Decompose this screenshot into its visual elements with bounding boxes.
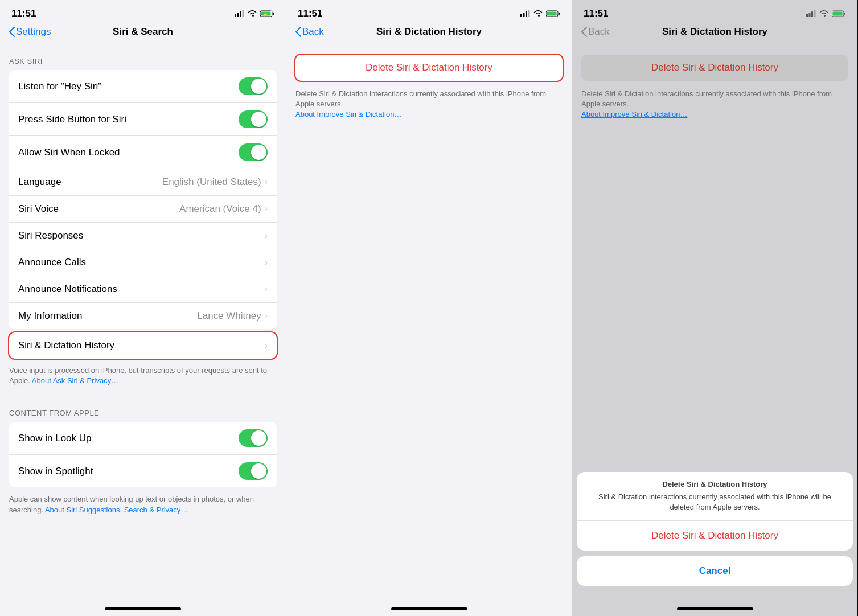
list-item[interactable]: My Information Lance Whitney › — [9, 303, 277, 329]
row-label: Show in Look Up — [18, 433, 92, 444]
svg-rect-10 — [526, 11, 527, 17]
list-item[interactable]: Language English (United States) › — [9, 169, 277, 196]
delete-button-greyed: Delete Siri & Dictation History — [581, 55, 848, 81]
action-sheet-cancel-button[interactable]: Cancel — [577, 556, 853, 586]
home-indicator-3 — [677, 607, 753, 610]
row-right: American (Voice 4) › — [179, 203, 268, 215]
svg-rect-21 — [833, 12, 843, 16]
status-icons-3 — [806, 10, 846, 17]
action-sheet-desc: Siri & Dictation interactions currently … — [577, 492, 853, 520]
home-indicator-1 — [105, 607, 181, 610]
nav-bar-2: Back Siri & Dictation History — [286, 24, 572, 43]
nav-title-1: Siri & Search — [113, 26, 173, 38]
wifi-icon — [533, 10, 543, 17]
svg-rect-20 — [844, 13, 845, 15]
about-siri-privacy-link[interactable]: About Ask Siri & Privacy… — [32, 376, 118, 385]
row-label: Siri Voice — [18, 203, 59, 215]
siri-voice-value: American (Voice 4) — [179, 203, 261, 215]
row-right: › — [265, 340, 268, 351]
status-time-3: 11:51 — [584, 8, 608, 19]
row-label: Show in Spotlight — [18, 466, 93, 477]
content-caption: Apple can show content when looking up t… — [0, 491, 286, 524]
row-label: Announce Notifications — [18, 284, 117, 295]
side-button-toggle[interactable] — [239, 110, 268, 128]
action-sheet-title: Delete Siri & Dictation History — [577, 472, 853, 492]
wifi-icon — [248, 10, 257, 17]
siri-dictation-group: Siri & Dictation History › — [9, 332, 277, 359]
svg-rect-9 — [523, 13, 525, 17]
status-icons-1: ⚡ — [235, 10, 274, 17]
back-button-1[interactable]: Settings — [9, 26, 51, 38]
delete-dictation-label: Delete Siri & Dictation History — [366, 62, 492, 73]
list-item[interactable]: Show in Look Up — [9, 422, 277, 455]
nav-title-2: Siri & Dictation History — [376, 26, 482, 38]
section-ask-siri: ASK SIRI — [0, 43, 286, 70]
chevron-icon: › — [265, 284, 268, 294]
svg-rect-3 — [243, 10, 244, 17]
svg-rect-14 — [547, 12, 557, 16]
action-sheet-delete-button[interactable]: Delete Siri & Dictation History — [577, 521, 853, 551]
status-icons-2 — [520, 10, 560, 17]
svg-rect-1 — [237, 13, 239, 17]
status-bar-3: 11:51 — [572, 0, 857, 24]
svg-rect-11 — [528, 10, 530, 17]
chevron-icon: › — [265, 311, 268, 321]
signal-icon — [235, 10, 244, 17]
spotlight-toggle[interactable] — [239, 462, 268, 480]
content-apple-group: Show in Look Up Show in Spotlight — [9, 422, 277, 487]
delete-dictation-button[interactable]: Delete Siri & Dictation History — [295, 55, 563, 81]
status-bar-1: 11:51 ⚡ — [0, 0, 286, 24]
row-right: › — [265, 231, 268, 241]
delete-button-group: Delete Siri & Dictation History — [295, 55, 563, 81]
siri-dictation-label: Siri & Dictation History — [18, 340, 114, 351]
status-time-1: 11:51 — [11, 8, 36, 19]
list-item[interactable]: Press Side Button for Siri — [9, 103, 277, 136]
list-item[interactable]: Announce Calls › — [9, 249, 277, 276]
siri-dictation-history-row[interactable]: Siri & Dictation History › — [9, 332, 277, 359]
list-item[interactable]: Listen for "Hey Siri" — [9, 70, 277, 103]
list-item[interactable]: Show in Spotlight — [9, 455, 277, 487]
svg-rect-18 — [814, 10, 816, 17]
svg-rect-8 — [520, 14, 522, 17]
delete-label-greyed: Delete Siri & Dictation History — [651, 62, 778, 73]
list-item[interactable]: Allow Siri When Locked — [9, 136, 277, 169]
panel-dictation-history: 11:51 Back — [286, 0, 572, 616]
hey-siri-toggle[interactable] — [239, 77, 268, 95]
panel2-content: Delete Siri & Dictation History Delete S… — [286, 43, 572, 603]
panel-action-sheet: 11:51 Back — [572, 0, 857, 616]
search-privacy-link[interactable]: Search & Privacy… — [124, 506, 188, 514]
list-item[interactable]: Announce Notifications › — [9, 276, 277, 303]
back-label-3: Back — [588, 26, 610, 38]
home-indicator-2 — [391, 607, 467, 610]
chevron-icon: › — [265, 231, 268, 241]
chevron-left-icon — [9, 27, 15, 37]
signal-icon — [520, 10, 530, 17]
row-label: Language — [18, 176, 61, 188]
row-right: Lance Whitney › — [197, 310, 268, 322]
list-item[interactable]: Siri Responses › — [9, 223, 277, 249]
svg-text:⚡: ⚡ — [263, 12, 268, 17]
look-up-toggle[interactable] — [239, 429, 268, 447]
my-info-value: Lance Whitney — [197, 310, 261, 322]
chevron-left-icon — [295, 27, 301, 37]
nav-title-3: Siri & Dictation History — [662, 26, 767, 38]
back-label-2: Back — [302, 26, 324, 38]
panel3-desc-greyed: Delete Siri & Dictation interactions cur… — [572, 84, 857, 125]
signal-icon — [806, 10, 816, 17]
panel2-description: Delete Siri & Dictation interactions cur… — [286, 84, 572, 125]
svg-rect-16 — [809, 13, 811, 17]
chevron-icon: › — [265, 257, 268, 268]
row-label: Allow Siri When Locked — [18, 147, 120, 158]
list-item[interactable]: Siri Voice American (Voice 4) › — [9, 196, 277, 223]
about-improve-link[interactable]: About Improve Siri & Dictation… — [295, 110, 401, 118]
back-button-2[interactable]: Back — [295, 26, 324, 38]
panel1-content: ASK SIRI Listen for "Hey Siri" Press Sid… — [0, 43, 286, 603]
siri-locked-toggle[interactable] — [239, 143, 268, 161]
section-content-apple: CONTENT FROM APPLE — [0, 395, 286, 422]
siri-suggestions-link[interactable]: About Siri Suggestions, — [45, 506, 124, 514]
status-bar-2: 11:51 — [286, 0, 572, 24]
nav-bar-3: Back Siri & Dictation History — [572, 24, 857, 43]
svg-rect-15 — [806, 14, 808, 17]
svg-rect-13 — [559, 13, 560, 15]
svg-rect-5 — [273, 13, 274, 15]
